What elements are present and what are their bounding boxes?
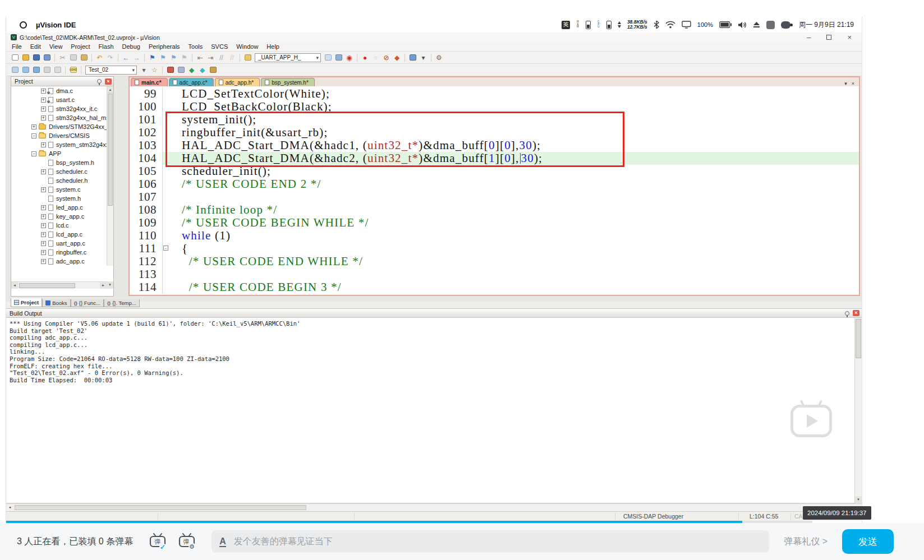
save-all-icon[interactable]: [42, 53, 52, 62]
fold-marker-icon[interactable]: -: [163, 246, 168, 251]
breakpoint-kill-all-icon[interactable]: ◆: [392, 53, 402, 62]
expand-icon[interactable]: +: [41, 98, 46, 103]
navigate-back-icon[interactable]: ←: [121, 53, 131, 62]
menu-svcs[interactable]: SVCS: [211, 43, 228, 50]
panel-tab-Books[interactable]: Books: [42, 299, 70, 307]
menu-project[interactable]: Project: [71, 43, 90, 50]
tree-item-stm32g4xx_hal_msp.c[interactable]: +stm32g4xx_hal_msp.c: [11, 113, 107, 122]
tree-item-scheduler.h[interactable]: scheduler.h: [11, 176, 107, 185]
font-style-icon[interactable]: A: [219, 536, 226, 547]
send-button[interactable]: 发送: [842, 529, 894, 554]
expand-icon[interactable]: +: [41, 169, 46, 174]
tree-item-Drivers-STM32G4xx_HAL_[interactable]: +Drivers/STM32G4xx_HAL_: [11, 122, 107, 131]
expand-icon[interactable]: +: [41, 223, 46, 228]
build-target-icon[interactable]: [21, 66, 30, 75]
build-vertical-scrollbar[interactable]: ▼: [854, 318, 862, 503]
scroll-left-icon[interactable]: ◄: [11, 282, 18, 289]
bluetooth-icon[interactable]: [654, 20, 659, 29]
pin-icon[interactable]: [97, 79, 102, 84]
batch-build-icon[interactable]: [42, 66, 52, 75]
code-editor[interactable]: 99 LCD_SetTextColor(White);100 LCD_SetBa…: [130, 86, 859, 295]
symbol-combo[interactable]: _UART_APP_H_▾: [255, 53, 321, 62]
window-layout-icon[interactable]: [408, 53, 417, 62]
expand-icon[interactable]: +: [41, 214, 46, 219]
stop-build-icon[interactable]: [53, 66, 62, 75]
tray-app-icon-1[interactable]: [766, 21, 775, 29]
build-horizontal-scrollbar[interactable]: ◄ ►: [6, 503, 862, 511]
tree-item-led_app.c[interactable]: +led_app.c: [11, 203, 107, 212]
expand-icon[interactable]: +: [41, 250, 46, 255]
mem-gauge-icon[interactable]: [586, 21, 591, 29]
expand-icon[interactable]: +: [41, 241, 46, 246]
indent-icon[interactable]: ⇥: [206, 53, 215, 62]
editor-tab-bsp_system.h[interactable]: bsp_system.h*: [261, 78, 315, 86]
menu-help[interactable]: Help: [266, 43, 279, 50]
display-icon[interactable]: [682, 21, 691, 29]
scroll-up-icon[interactable]: ▲: [107, 86, 113, 93]
minimize-button[interactable]: –: [807, 35, 811, 40]
books-pack-icon[interactable]: [208, 66, 218, 75]
expand-icon[interactable]: +: [41, 142, 46, 147]
menu-edit[interactable]: Edit: [30, 43, 41, 50]
tree-item-Drivers-CMSIS[interactable]: -Drivers/CMSIS: [11, 131, 107, 140]
bookmark-next-icon[interactable]: ⚑: [169, 53, 178, 62]
close-button[interactable]: ×: [847, 33, 852, 41]
chevron-down-icon[interactable]: ▾: [312, 55, 319, 61]
chevron-down-icon[interactable]: ▾: [128, 67, 135, 73]
tray-app-icon-2[interactable]: [781, 21, 790, 29]
scrollbar-thumb[interactable]: [19, 283, 75, 288]
menu-flash[interactable]: Flash: [99, 43, 114, 50]
panel-tab-Temp[interactable]: {}{}. Temp...: [104, 299, 140, 307]
tree-item-system_stm32g4xx.c[interactable]: +system_stm32g4xx.c: [11, 140, 107, 149]
panel-tab-Project[interactable]: Project: [11, 298, 42, 307]
menu-window[interactable]: Window: [236, 43, 258, 50]
redo-icon[interactable]: ↷: [105, 53, 115, 62]
options-for-target-icon[interactable]: ☆: [150, 66, 159, 75]
tree-item-bsp_system.h[interactable]: bsp_system.h: [11, 158, 107, 167]
navigate-forward-icon[interactable]: →: [132, 53, 141, 62]
scroll-down-icon[interactable]: ▼: [107, 281, 113, 289]
tree-item-APP[interactable]: -APP: [11, 149, 107, 158]
select-software-packs-icon[interactable]: ◆: [187, 66, 196, 75]
breakpoint-disable-all-icon[interactable]: ⊘: [381, 53, 391, 62]
bookmark-clear-icon[interactable]: ⚑: [180, 53, 189, 62]
copy-icon[interactable]: [68, 53, 78, 62]
expand-icon[interactable]: +: [41, 115, 46, 121]
editor-tab-adc_app.h[interactable]: adc_app.h*: [215, 78, 260, 86]
restore-button[interactable]: [826, 35, 831, 40]
uncomment-selection-icon[interactable]: //: [227, 53, 237, 62]
tab-list-caret-icon[interactable]: ▾: [844, 81, 847, 86]
target-select[interactable]: Test_02▾: [85, 66, 137, 75]
breakpoint-insert-icon[interactable]: ●: [360, 53, 370, 62]
find-in-files-icon[interactable]: [323, 53, 333, 62]
menu-peripherals[interactable]: Peripherals: [149, 43, 180, 50]
tree-item-lcd_app.c[interactable]: +lcd_app.c: [11, 230, 107, 239]
tree-item-usart.c[interactable]: +usart.c: [11, 95, 107, 104]
wifi-icon[interactable]: [665, 21, 675, 29]
scroll-down-icon[interactable]: ▼: [855, 496, 862, 503]
panel-tab-Func[interactable]: {}{} Func...: [71, 299, 104, 307]
scrollbar-thumb[interactable]: [15, 505, 306, 510]
danmaku-toggle-icon[interactable]: 弹 ✓: [149, 533, 168, 550]
manage-run-time-environment-icon[interactable]: [166, 66, 175, 75]
save-icon[interactable]: [31, 53, 41, 62]
target-caret-icon[interactable]: ▾: [139, 66, 149, 75]
search-icon[interactable]: ◉: [344, 53, 354, 62]
danmaku-input[interactable]: [234, 536, 762, 547]
menu-file[interactable]: File: [12, 43, 22, 50]
configure-flags-icon[interactable]: [243, 53, 252, 62]
unindent-icon[interactable]: ⇤: [195, 53, 205, 62]
paste-icon[interactable]: [79, 53, 89, 62]
cpu-gauge-icon[interactable]: [606, 21, 612, 29]
eject-icon[interactable]: [753, 21, 760, 28]
collapse-icon[interactable]: -: [31, 151, 36, 156]
tree-item-key_app.c[interactable]: +key_app.c: [11, 212, 107, 221]
expand-icon[interactable]: +: [41, 232, 46, 237]
tree-item-system.h[interactable]: system.h: [11, 194, 107, 203]
expand-icon[interactable]: +: [41, 205, 46, 210]
pin-icon[interactable]: [845, 311, 849, 316]
expand-icon[interactable]: +: [41, 107, 46, 112]
pack-installer-icon[interactable]: ◆: [197, 66, 207, 75]
close-panel-icon[interactable]: ×: [105, 78, 112, 85]
tree-item-system.c[interactable]: +system.c: [11, 185, 107, 194]
